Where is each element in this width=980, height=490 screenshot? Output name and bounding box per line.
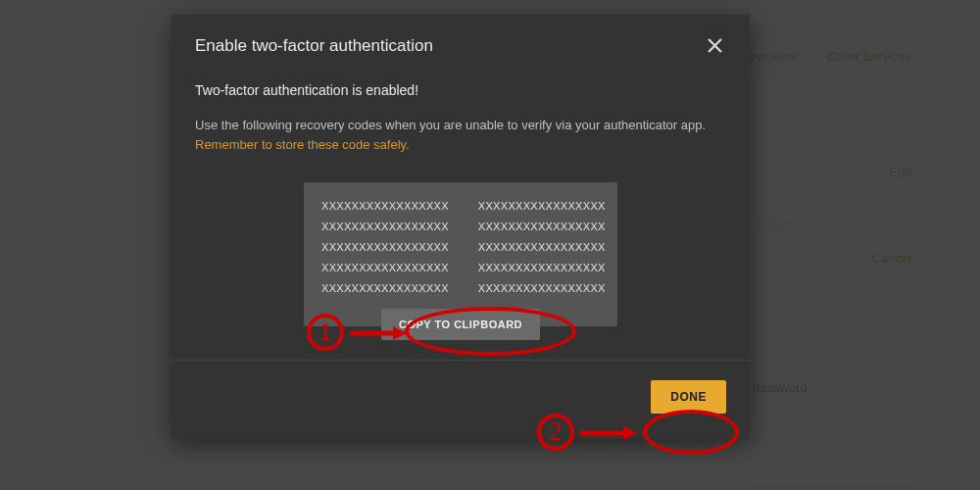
recovery-code: XXXXXXXXXXXXXXXXX	[321, 198, 449, 215]
recovery-code: XXXXXXXXXXXXXXXXX	[478, 260, 606, 276]
two-factor-modal: Enable two-factor authentication Two-fac…	[172, 15, 750, 439]
modal-title: Enable two-factor authentication	[195, 36, 433, 56]
recovery-code: XXXXXXXXXXXXXXXXX	[478, 219, 606, 235]
modal-header: Enable two-factor authentication	[172, 15, 750, 73]
modal-body: Two-factor authentication is enabled! Us…	[172, 73, 750, 360]
enabled-heading: Two-factor authentication is enabled!	[195, 80, 726, 102]
recovery-code: XXXXXXXXXXXXXXXXX	[478, 280, 606, 297]
modal-footer: DONE	[172, 360, 750, 439]
recovery-code: XXXXXXXXXXXXXXXXX	[321, 219, 449, 235]
recovery-code: XXXXXXXXXXXXXXXXX	[478, 239, 606, 256]
store-safely-link[interactable]: Remember to store these code safely.	[195, 137, 410, 152]
recovery-code: XXXXXXXXXXXXXXXXX	[321, 280, 449, 297]
recovery-codes-box: XXXXXXXXXXXXXXXXX XXXXXXXXXXXXXXXXX XXXX…	[304, 182, 617, 326]
instruction-text: Use the following recovery codes when yo…	[195, 116, 726, 155]
done-button[interactable]: DONE	[651, 380, 726, 414]
copy-to-clipboard-button[interactable]: COPY TO CLIPBOARD	[381, 309, 540, 340]
close-icon	[708, 38, 722, 53]
instruction-prefix: Use the following recovery codes when yo…	[195, 118, 706, 132]
close-button[interactable]	[704, 34, 726, 57]
recovery-code: XXXXXXXXXXXXXXXXX	[321, 239, 449, 256]
recovery-code: XXXXXXXXXXXXXXXXX	[478, 198, 606, 215]
recovery-code: XXXXXXXXXXXXXXXXX	[321, 260, 449, 276]
recovery-codes-grid: XXXXXXXXXXXXXXXXX XXXXXXXXXXXXXXXXX XXXX…	[321, 198, 600, 297]
